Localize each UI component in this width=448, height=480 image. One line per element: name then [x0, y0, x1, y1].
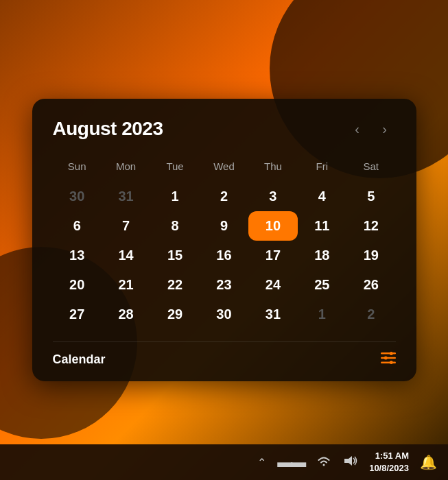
calendar-grid: Sun Mon Tue Wed Thu Fri Sat 30 31 1 2 3 … [53, 156, 396, 329]
day-cell[interactable]: 9 [200, 211, 248, 241]
svg-marker-10 [344, 456, 352, 466]
day-cell[interactable]: 30 [200, 300, 248, 329]
svg-point-4 [389, 352, 392, 355]
day-cell[interactable]: 19 [346, 241, 395, 270]
day-cell[interactable]: 21 [102, 270, 150, 300]
calendar-title: August 2023 [53, 118, 163, 140]
day-cell[interactable]: 20 [53, 270, 102, 300]
day-cell[interactable]: 16 [200, 241, 248, 270]
day-cell[interactable]: 7 [102, 211, 150, 241]
calendar-header: August 2023 ‹ › [53, 118, 396, 140]
day-cell[interactable]: 5 [346, 182, 395, 211]
calendar-widget: August 2023 ‹ › Sun Mon Tue Wed Thu Fri … [32, 99, 416, 381]
day-cell[interactable]: 15 [150, 241, 199, 270]
svg-rect-1 [381, 357, 396, 359]
day-header-sat: Sat [346, 156, 395, 182]
day-cell[interactable]: 27 [53, 300, 102, 329]
day-cell[interactable]: 23 [200, 270, 248, 300]
day-cell[interactable]: 26 [346, 270, 395, 300]
system-tray-chevron-icon[interactable]: ⌃ [257, 456, 266, 469]
svg-point-9 [323, 464, 325, 466]
taskbar: ⌃ ▬▬ 1:51 AM 10/8/2023 🔔 [0, 444, 448, 480]
day-cell[interactable]: 1 [298, 300, 346, 329]
settings-icon[interactable] [381, 352, 396, 368]
svg-point-8 [389, 361, 392, 364]
day-header-fri: Fri [298, 156, 346, 182]
volume-icon[interactable] [343, 455, 358, 470]
day-header-wed: Wed [200, 156, 248, 182]
day-cell[interactable]: 1 [150, 182, 199, 211]
day-header-sun: Sun [53, 156, 102, 182]
day-cell[interactable]: 28 [102, 300, 150, 329]
notification-bell-icon[interactable]: 🔔 [420, 454, 437, 470]
day-cell[interactable]: 6 [53, 211, 102, 241]
clock-date: 10/8/2023 [369, 462, 409, 475]
day-cell[interactable]: 31 [248, 300, 297, 329]
day-cell[interactable]: 3 [248, 182, 297, 211]
day-cell[interactable]: 31 [102, 182, 150, 211]
day-cell[interactable]: 8 [150, 211, 199, 241]
day-cell[interactable]: 2 [200, 182, 248, 211]
day-cell[interactable]: 17 [248, 241, 297, 270]
day-cell[interactable]: 2 [346, 300, 395, 329]
clock-time: 1:51 AM [369, 450, 409, 462]
day-cell[interactable]: 18 [298, 241, 346, 270]
calendar-footer: Calendar [53, 341, 396, 368]
nav-buttons: ‹ › [346, 118, 396, 140]
svg-point-6 [384, 357, 387, 360]
calendar-footer-label: Calendar [53, 352, 106, 367]
day-cell-today[interactable]: 10 [248, 211, 297, 241]
day-header-mon: Mon [102, 156, 150, 182]
day-cell[interactable]: 25 [298, 270, 346, 300]
taskbar-clock[interactable]: 1:51 AM 10/8/2023 [369, 450, 409, 475]
next-month-button[interactable]: › [374, 118, 396, 140]
battery-icon[interactable]: ▬▬ [277, 453, 305, 471]
prev-month-button[interactable]: ‹ [346, 118, 368, 140]
day-cell[interactable]: 22 [150, 270, 199, 300]
day-header-tue: Tue [150, 156, 199, 182]
day-cell[interactable]: 30 [53, 182, 102, 211]
svg-rect-2 [381, 362, 396, 364]
wifi-icon[interactable] [316, 455, 332, 470]
day-header-thu: Thu [248, 156, 297, 182]
day-cell[interactable]: 14 [102, 241, 150, 270]
day-cell[interactable]: 13 [53, 241, 102, 270]
day-cell[interactable]: 4 [298, 182, 346, 211]
day-cell[interactable]: 24 [248, 270, 297, 300]
svg-rect-0 [381, 352, 396, 355]
day-cell[interactable]: 29 [150, 300, 199, 329]
day-cell[interactable]: 12 [346, 211, 395, 241]
day-cell[interactable]: 11 [298, 211, 346, 241]
